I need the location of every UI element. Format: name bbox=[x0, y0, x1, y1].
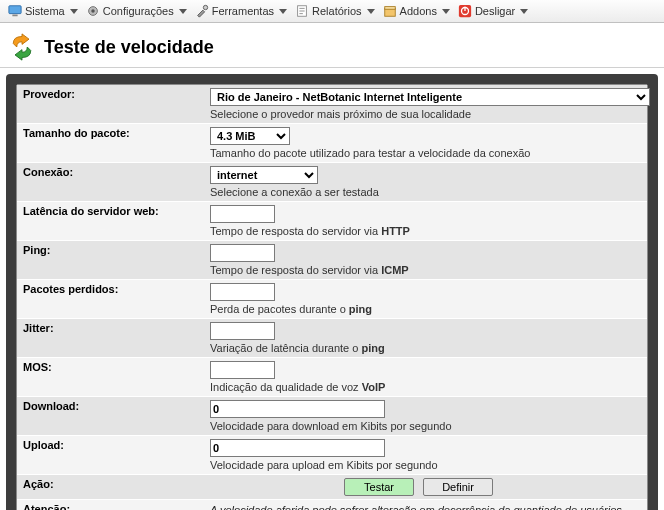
label-upload: Upload: bbox=[17, 436, 204, 454]
perdidos-field bbox=[210, 283, 275, 301]
row-jitter: Jitter: Variação de latência durante o p… bbox=[17, 319, 647, 358]
hint-pacote: Tamanho do pacote utilizado para testar … bbox=[210, 147, 641, 159]
chevron-down-icon bbox=[442, 9, 450, 14]
row-acao: Ação: Testar Definir bbox=[17, 475, 647, 500]
label-perdidos: Pacotes perdidos: bbox=[17, 280, 204, 298]
label-acao: Ação: bbox=[17, 475, 204, 493]
menu-label: Addons bbox=[400, 5, 437, 17]
pacote-select[interactable]: 4.3 MiB bbox=[210, 127, 290, 145]
jitter-field bbox=[210, 322, 275, 340]
latencia-field bbox=[210, 205, 275, 223]
menu-ferramentas[interactable]: Ferramentas bbox=[191, 2, 291, 20]
row-provedor: Provedor: Rio de Janeiro - NetBotanic In… bbox=[17, 85, 647, 124]
refresh-arrows-icon bbox=[8, 33, 36, 61]
svg-rect-1 bbox=[12, 15, 17, 17]
power-icon bbox=[458, 4, 472, 18]
hint-upload: Velocidade para upload em Kibits por seg… bbox=[210, 459, 641, 471]
menu-label: Sistema bbox=[25, 5, 65, 17]
form-panel: Provedor: Rio de Janeiro - NetBotanic In… bbox=[16, 84, 648, 510]
chevron-down-icon bbox=[520, 9, 528, 14]
content-frame: Provedor: Rio de Janeiro - NetBotanic In… bbox=[6, 74, 658, 510]
hint-ping: Tempo de resposta do servidor via ICMP bbox=[210, 264, 641, 276]
package-icon bbox=[383, 4, 397, 18]
svg-point-3 bbox=[91, 9, 95, 13]
menubar: Sistema Configurações Ferramentas Relató… bbox=[0, 0, 664, 23]
label-pacote: Tamanho do pacote: bbox=[17, 124, 204, 142]
page-header: Teste de velocidade bbox=[0, 23, 664, 68]
definir-button[interactable]: Definir bbox=[423, 478, 493, 496]
menu-label: Configurações bbox=[103, 5, 174, 17]
svg-point-4 bbox=[203, 5, 207, 9]
row-upload: Upload: Velocidade para upload em Kibits… bbox=[17, 436, 647, 475]
conexao-select[interactable]: internet bbox=[210, 166, 318, 184]
hint-conexao: Selecione a conexão a ser testada bbox=[210, 186, 641, 198]
label-jitter: Jitter: bbox=[17, 319, 204, 337]
hint-download: Velocidade para download em Kibits por s… bbox=[210, 420, 641, 432]
label-mos: MOS: bbox=[17, 358, 204, 376]
chevron-down-icon bbox=[367, 9, 375, 14]
row-ping: Ping: Tempo de resposta do servidor via … bbox=[17, 241, 647, 280]
row-perdidos: Pacotes perdidos: Perda de pacotes duran… bbox=[17, 280, 647, 319]
hint-latencia: Tempo de resposta do servidor via HTTP bbox=[210, 225, 641, 237]
note-atencao: A velocidade aferida pode sofrer alteraç… bbox=[204, 500, 647, 510]
menu-relatorios[interactable]: Relatórios bbox=[291, 2, 379, 20]
mos-field bbox=[210, 361, 275, 379]
gear-icon bbox=[86, 4, 100, 18]
ping-field bbox=[210, 244, 275, 262]
hint-provedor: Selecione o provedor mais próximo de sua… bbox=[210, 108, 650, 120]
monitor-icon bbox=[8, 4, 22, 18]
menu-addons[interactable]: Addons bbox=[379, 2, 454, 20]
menu-configuracoes[interactable]: Configurações bbox=[82, 2, 191, 20]
menu-desligar[interactable]: Desligar bbox=[454, 2, 532, 20]
menu-label: Desligar bbox=[475, 5, 515, 17]
testar-button[interactable]: Testar bbox=[344, 478, 414, 496]
label-conexao: Conexão: bbox=[17, 163, 204, 181]
svg-rect-0 bbox=[9, 6, 21, 14]
row-mos: MOS: Indicação da qualidade de voz VoIP bbox=[17, 358, 647, 397]
row-latencia: Latência do servidor web: Tempo de respo… bbox=[17, 202, 647, 241]
menu-label: Ferramentas bbox=[212, 5, 274, 17]
hint-perdidos: Perda de pacotes durante o ping bbox=[210, 303, 641, 315]
page-title: Teste de velocidade bbox=[44, 37, 214, 58]
row-conexao: Conexão: internet Selecione a conexão a … bbox=[17, 163, 647, 202]
label-ping: Ping: bbox=[17, 241, 204, 259]
row-download: Download: Velocidade para download em Ki… bbox=[17, 397, 647, 436]
hint-mos: Indicação da qualidade de voz VoIP bbox=[210, 381, 641, 393]
label-provedor: Provedor: bbox=[17, 85, 204, 103]
menu-sistema[interactable]: Sistema bbox=[4, 2, 82, 20]
provedor-select[interactable]: Rio de Janeiro - NetBotanic Internet Int… bbox=[210, 88, 650, 106]
row-pacote: Tamanho do pacote: 4.3 MiB Tamanho do pa… bbox=[17, 124, 647, 163]
download-field[interactable] bbox=[210, 400, 385, 418]
chevron-down-icon bbox=[70, 9, 78, 14]
menu-label: Relatórios bbox=[312, 5, 362, 17]
tools-icon bbox=[195, 4, 209, 18]
label-download: Download: bbox=[17, 397, 204, 415]
chevron-down-icon bbox=[279, 9, 287, 14]
svg-rect-10 bbox=[384, 7, 395, 10]
report-icon bbox=[295, 4, 309, 18]
label-atencao: Atenção: bbox=[17, 500, 204, 510]
chevron-down-icon bbox=[179, 9, 187, 14]
row-atencao: Atenção: A velocidade aferida pode sofre… bbox=[17, 500, 647, 510]
hint-jitter: Variação de latência durante o ping bbox=[210, 342, 641, 354]
upload-field[interactable] bbox=[210, 439, 385, 457]
label-latencia: Latência do servidor web: bbox=[17, 202, 204, 220]
